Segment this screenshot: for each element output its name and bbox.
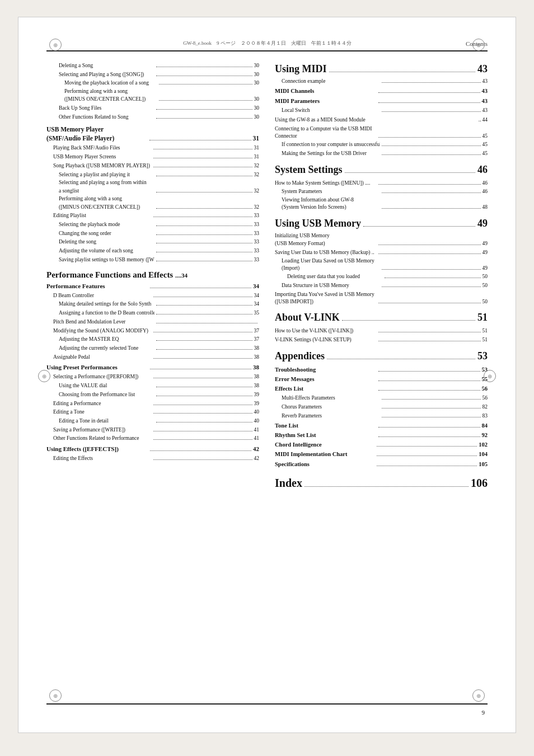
toc-saving-performance: Saving a Performance ([WRITE]) 41	[46, 426, 259, 434]
toc-editing-performance: Editing a Performance 39	[46, 400, 259, 408]
col-left: Deleting a Song 30 Selecting and Playing…	[46, 62, 259, 492]
usb-player-section: USB Memory Player (SMF/Audio File Player…	[46, 125, 259, 144]
toc-performing-minus-one: Performing along with a song ([MINUS ONE…	[46, 88, 259, 104]
perf-heading-text: Performance Functions and Effects ....34	[46, 270, 259, 280]
toc-analog-modify: Modifying the Sound (ANALOG MODIFY) 37	[46, 327, 259, 335]
toc-troubleshooting: Troubleshooting 53	[275, 365, 488, 374]
header-meta: GW-8_e.book 9 ページ ２００８年４月１日 火曜日 午前１１時４４分	[69, 40, 466, 47]
toc-selecting-playlist: Selecting a playlist and playing it 32	[46, 171, 259, 179]
reg-mark-ml: ⊕	[38, 370, 50, 382]
toc-using-value-dial: Using the VALUE dial 38	[46, 382, 259, 390]
about-vlink-heading: About V-LINK 51	[275, 310, 488, 326]
toc-deleting-song: Deleting a Song 30	[46, 62, 259, 70]
appendices-section: Appendices 53 Troubleshooting 53 Error M…	[275, 349, 488, 469]
reg-mark-bl: ⊕	[49, 689, 62, 702]
toc-selecting-playing-songlist: Selecting and playing a song from within…	[46, 179, 259, 195]
toc-multi-effects: Multi-Effects Parameters 56	[275, 394, 488, 402]
using-usb-memory-heading: Using USB Memory 49	[275, 216, 488, 232]
toc-rhythm-set-list: Rhythm Set List 92	[275, 431, 488, 440]
reg-mark-tr: ⊕	[472, 39, 485, 51]
bottom-rule	[46, 703, 488, 705]
page-number-bottom: 9	[482, 709, 485, 716]
toc-editing-playlist: Editing Playlist 33	[46, 212, 259, 220]
toc-loading-user-data: Loading User Data Saved on USB Memory (I…	[275, 257, 488, 273]
toc-editing-tone: Editing a Tone 40	[46, 408, 259, 416]
toc-specifications: Specifications 105	[275, 460, 488, 469]
toc-adjusting-volume: Adjusting the volume of each song 33	[46, 247, 259, 255]
toc-viewing-gw8-info: Viewing Information about GW-8 (System V…	[275, 196, 488, 212]
appendices-heading: Appendices 53	[275, 349, 488, 364]
col-right: Using MIDI 43 Connection example 43 MIDI…	[275, 62, 488, 492]
toc-perf-features: Performance Features 34	[46, 281, 259, 291]
toc-d-beam: D Beam Controller 34	[46, 292, 259, 300]
toc-other-functions-song: Other Functions Related to Song 30	[46, 113, 259, 121]
toc-effects-list: Effects List 56	[275, 384, 488, 393]
toc-gw8-midi-module: Using the GW-8 as a MIDI Sound Module ..…	[275, 116, 488, 124]
toc-connecting-computer: Connecting to a Computer via the USB MID…	[275, 125, 488, 140]
reg-mark-mr: ⊕	[484, 370, 496, 382]
toc-other-functions-perf: Other Functions Related to Performance 4…	[46, 434, 259, 443]
toc-chord-intelligence: Chord Intelligence 102	[275, 440, 488, 449]
toc-assignable-pedal: Assignable Pedal 38	[46, 353, 259, 361]
toc-using-preset-perf: Using Preset Performances 38	[46, 363, 259, 372]
toc-how-to-use-vlink: How to Use the V-LINK ([V-LINK]) 51	[275, 327, 488, 335]
using-midi-heading: Using MIDI 43	[275, 62, 488, 77]
toc-data-structure-usb: Data Structure in USB Memory 50	[275, 281, 488, 290]
toc-error-messages: Error Messages 55	[275, 375, 488, 384]
toc-editing-effects: Editing the Effects 42	[46, 454, 259, 463]
using-usb-memory-section: Using USB Memory 49 Initializing USB Mem…	[275, 216, 488, 306]
toc-midi-parameters: MIDI Parameters 43	[275, 97, 488, 106]
toc-usb-player-screens: USB Memory Player Screens 31	[46, 153, 259, 161]
index-section: Index 106	[275, 475, 488, 492]
page-header: GW-8_e.book 9 ページ ２００８年４月１日 火曜日 午前１１時４４分…	[46, 40, 488, 51]
toc-connection-unsuccessful: If connection to your computer is unsucc…	[275, 140, 488, 149]
toc-editing-tone-detail: Editing a Tone in detail 40	[46, 417, 259, 425]
toc-currently-selected-tone: Adjusting the currently selected Tone 38	[46, 344, 259, 353]
about-vlink-section: About V-LINK 51 How to Use the V-LINK ([…	[275, 310, 488, 344]
reg-mark-br: ⊕	[472, 689, 485, 702]
toc-using-effects: Using Effects ([EFFECTS]) 42	[46, 444, 259, 454]
toc-reverb-params: Reverb Parameters 83	[275, 412, 488, 420]
toc-chorus-params: Chorus Parameters 82	[275, 403, 488, 411]
toc-importing-usb-data: Importing Data You've Saved in USB Memor…	[275, 291, 488, 306]
system-settings-section: System Settings 46 How to Make System Se…	[275, 162, 488, 212]
toc-vlink-settings: V-LINK Settings (V-LINK SETUP) 51	[275, 336, 488, 344]
index-heading: Index 106	[275, 475, 488, 492]
toc-deleting-loaded-data: Deleting user data that you loaded 50	[275, 273, 488, 281]
toc-selecting-playback-mode: Selecting the playback mode 33	[46, 220, 259, 229]
toc-moving-playback: Moving the playback location of a song 3…	[46, 79, 259, 87]
using-midi-section: Using MIDI 43 Connection example 43 MIDI…	[275, 62, 488, 158]
toc-saving-playlist: Saving playlist settings to USB memory (…	[46, 256, 259, 264]
toc-midi-impl-chart: MIDI Implementation Chart 104	[275, 450, 488, 459]
toc-choosing-perf-list: Choosing from the Performance list 39	[46, 391, 259, 399]
page: ⊕ ⊕ GW-8_e.book 9 ページ ２００８年４月１日 火曜日 午前１１…	[18, 17, 516, 733]
content-area: Deleting a Song 30 Selecting and Playing…	[46, 62, 488, 492]
toc-playing-back-smf: Playing Back SMF/Audio Files 31	[46, 144, 259, 152]
toc-usb-driver-settings: Making the Settings for the USB Driver 4…	[275, 149, 488, 158]
usb-player-line1: USB Memory Player	[46, 125, 259, 134]
toc-connection-example: Connection example 43	[275, 77, 488, 86]
toc-deleting-the-song: Deleting the song 33	[46, 238, 259, 246]
system-settings-heading: System Settings 46	[275, 162, 488, 178]
toc-selecting-playing-song: Selecting and Playing a Song ([SONG]) 30	[46, 71, 259, 79]
toc-master-eq: Adjusting the MASTER EQ 37	[46, 335, 259, 344]
toc-local-switch: Local Switch 43	[275, 106, 488, 115]
toc-solo-synth: Making detailed settings for the Solo Sy…	[46, 300, 259, 308]
perf-section-heading: Performance Functions and Effects ....34	[46, 270, 259, 280]
toc-backup-song: Back Up Song Files 30	[46, 104, 259, 112]
toc-song-playback-usb: Song Playback ([USB MEMORY PLAYER]) 32	[46, 162, 259, 170]
toc-changing-song-order: Changing the song order 33	[46, 229, 259, 238]
toc-saving-user-data: Saving User Data to USB Memory (Backup) …	[275, 248, 488, 257]
toc-initializing-usb: Initializing USB Memory (USB Memory Form…	[275, 232, 488, 247]
reg-mark-tl: ⊕	[49, 39, 62, 51]
toc-system-parameters: System Parameters 46	[275, 187, 488, 196]
toc-assigning-d-beam: Assigning a function to the D Beam contr…	[46, 309, 259, 317]
toc-selecting-performance: Selecting a Performance ([PERFORM]) 38	[46, 373, 259, 381]
toc-midi-channels: MIDI Channels 43	[275, 87, 488, 96]
toc-tone-list: Tone List 84	[275, 421, 488, 430]
toc-performing-minus-usb: Performing along with a song ([MINUS ONE…	[46, 195, 259, 211]
toc-make-system-settings: How to Make System Settings ([MENU]) ...…	[275, 179, 488, 187]
toc-pitch-bend: Pitch Bend and Modulation Lever	[46, 318, 259, 326]
